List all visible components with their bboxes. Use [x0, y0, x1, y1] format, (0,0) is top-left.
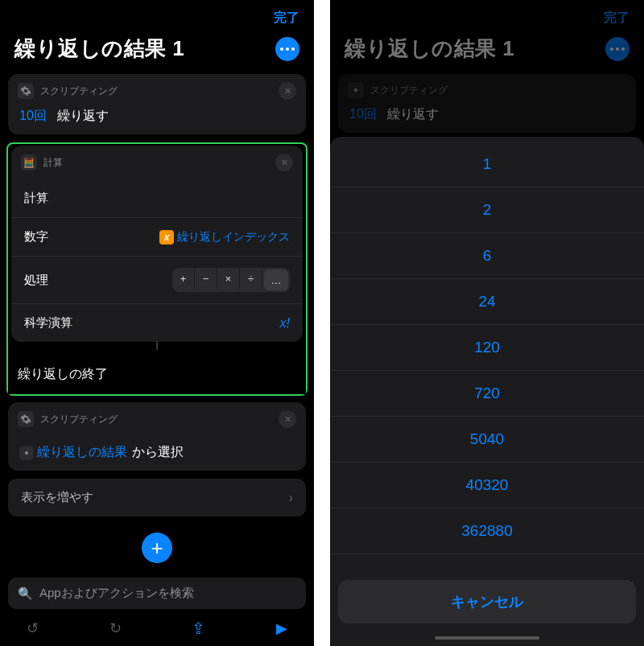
list-item[interactable]: 720	[330, 371, 644, 417]
op-plus[interactable]: +	[172, 268, 195, 289]
add-action-button[interactable]: +	[142, 533, 172, 563]
number-label: 数字	[24, 229, 48, 245]
repeat-count[interactable]: 10回	[19, 109, 47, 122]
operation-segmented[interactable]: + − × ÷ …	[172, 268, 290, 292]
show-more-row[interactable]: 表示を増やす ›	[8, 479, 306, 516]
category-label: スクリプティング	[40, 413, 118, 426]
cancel-button[interactable]: キャンセル	[338, 580, 636, 623]
calc-title: 計算	[24, 191, 48, 206]
play-icon[interactable]: ▶	[270, 619, 293, 637]
repeat-count: 10回	[349, 107, 377, 121]
scientific-label: 科学演算	[24, 315, 72, 331]
list-item[interactable]: 3628800	[330, 554, 644, 570]
list-item[interactable]: 2	[330, 187, 644, 233]
page-title: 繰り返しの結果 1	[14, 35, 184, 63]
factorial-value[interactable]: x!	[280, 316, 290, 331]
calculate-action-card[interactable]: 🧮 計算 計算 数字 x 繰り返しインデックス 処理	[11, 146, 303, 342]
redo-icon[interactable]: ↻	[104, 619, 126, 637]
close-icon[interactable]	[279, 410, 296, 428]
list-item[interactable]: 120	[330, 325, 644, 371]
repeat-action-card[interactable]: スクリプティング 10回 繰り返す	[8, 74, 306, 134]
choose-suffix: から選択	[132, 444, 184, 461]
category-label: スクリプティング	[370, 84, 448, 97]
repeat-action-label: 繰り返す	[57, 109, 109, 122]
op-minus[interactable]: −	[195, 268, 217, 289]
list-item[interactable]: 40320	[330, 463, 644, 508]
more-button[interactable]	[605, 37, 630, 61]
category-label: スクリプティング	[40, 84, 118, 98]
done-button[interactable]: 完了	[274, 10, 299, 27]
repeat-action-card: スクリプティング 10回 繰り返す	[338, 74, 636, 133]
page-title: 繰り返しの結果 1	[345, 35, 514, 63]
share-icon[interactable]: ⇪	[188, 619, 210, 638]
undo-icon[interactable]: ↺	[21, 619, 43, 637]
list-item[interactable]: 24	[330, 279, 644, 325]
close-icon[interactable]	[279, 82, 296, 100]
more-button[interactable]	[275, 37, 299, 61]
result-list: 1 2 6 24 120 720 5040 40320 362880 36288…	[330, 142, 644, 570]
chevron-right-icon: ›	[289, 491, 293, 505]
choose-from-list-card[interactable]: スクリプティング 繰り返しの結果 から選択	[8, 402, 306, 471]
list-item[interactable]: 1	[330, 142, 644, 187]
end-repeat-label[interactable]: 繰り返しの終了	[8, 355, 306, 394]
title-bar: 繰り返しの結果 1	[0, 31, 314, 74]
list-item[interactable]: 362880	[330, 508, 644, 554]
repeat-index-variable[interactable]: x 繰り返しインデックス	[159, 230, 290, 245]
op-more[interactable]: …	[264, 270, 288, 290]
gear-icon	[19, 446, 34, 460]
repeat-action-label: 繰り返す	[387, 107, 439, 121]
search-icon: 🔍	[18, 586, 33, 601]
op-divide[interactable]: ÷	[240, 268, 262, 289]
done-button[interactable]: 完了	[604, 10, 630, 27]
editor-pane: 完了 繰り返しの結果 1 スクリプティング 10回 繰り返す 🧮 計算	[0, 0, 314, 646]
search-placeholder: Appおよびアクションを検索	[39, 586, 194, 601]
home-indicator	[435, 636, 539, 640]
highlighted-group: 🧮 計算 計算 数字 x 繰り返しインデックス 処理	[6, 142, 308, 396]
operation-label: 処理	[24, 273, 48, 288]
op-multiply[interactable]: ×	[217, 268, 240, 289]
close-icon[interactable]	[275, 154, 293, 171]
connector-line	[156, 342, 158, 350]
calculator-icon: 🧮	[21, 154, 37, 171]
topbar: 完了	[0, 0, 314, 31]
list-item[interactable]: 5040	[330, 417, 644, 463]
category-label: 計算	[43, 156, 63, 170]
variable-icon: x	[159, 230, 174, 245]
search-field[interactable]: 🔍 Appおよびアクションを検索	[8, 578, 306, 609]
choose-sheet: 1 2 6 24 120 720 5040 40320 362880 36288…	[330, 137, 644, 646]
gear-icon	[348, 82, 364, 98]
gear-icon	[18, 83, 34, 99]
repeat-results-variable[interactable]: 繰り返しの結果	[19, 444, 127, 461]
result-pane: 完了 繰り返しの結果 1 スクリプティング 10回 繰り返す 1 2 6 24	[330, 0, 644, 646]
bottom-toolbar: ↺ ↻ ⇪ ▶	[0, 609, 314, 643]
gear-icon	[18, 411, 34, 427]
list-item[interactable]: 6	[330, 233, 644, 279]
